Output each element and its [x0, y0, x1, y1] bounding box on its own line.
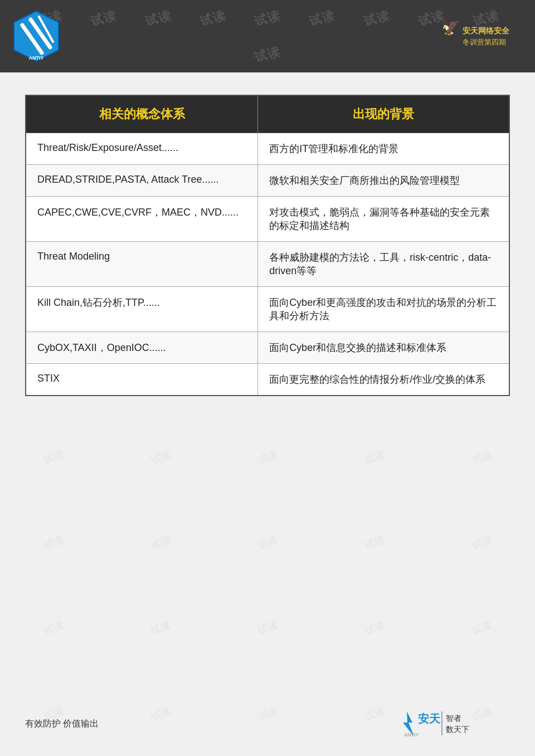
table-cell-right: 微软和相关安全厂商所推出的风险管理模型	[258, 165, 509, 197]
table-row: Threat Modeling各种威胁建模的方法论，工具，risk-centri…	[26, 242, 509, 287]
table-cell-left: Threat Modeling	[26, 242, 258, 287]
svg-text:安天: 安天	[417, 713, 441, 725]
table-row: CAPEC,CWE,CVE,CVRF，MAEC，NVD......对攻击模式，脆…	[26, 197, 509, 242]
wm10: 试读	[237, 34, 298, 72]
wm5: 试读	[237, 0, 298, 38]
svg-text:安天网络安全: 安天网络安全	[462, 26, 510, 35]
svg-text:🦅: 🦅	[440, 18, 460, 36]
wm3: 试读	[128, 0, 188, 38]
footer-logo-svg: 安天 智者 数天下 ANTIY	[398, 709, 510, 739]
svg-text:ANTIY: ANTIY	[404, 732, 419, 738]
svg-text:ANTIY: ANTIY	[29, 55, 44, 61]
table-cell-left: CybOX,TAXII，OpenIOC......	[26, 332, 258, 364]
svg-text:冬训营第四期: 冬训营第四期	[463, 38, 506, 46]
table-cell-left: Kill Chain,钻石分析,TTP......	[26, 287, 258, 332]
table-header-row: 相关的概念体系 出现的背景	[26, 95, 509, 133]
table-cell-left: DREAD,STRIDE,PASTA, Attack Tree......	[26, 165, 258, 197]
table-cell-right: 面向更完整的综合性的情报分析/作业/交换的体系	[258, 364, 509, 396]
table-cell-right: 对攻击模式，脆弱点，漏洞等各种基础的安全元素的标定和描述结构	[258, 197, 509, 242]
table-cell-right: 各种威胁建模的方法论，工具，risk-centric，data-driven等等	[258, 242, 509, 287]
table-row: DREAD,STRIDE,PASTA, Attack Tree......微软和…	[26, 165, 509, 197]
footer: 有效防护 价值输出 安天 智者 数天下 ANTIY	[0, 709, 535, 739]
table-row: Kill Chain,钻石分析,TTP......面向Cyber和更高强度的攻击…	[26, 287, 509, 332]
col2-header: 出现的背景	[258, 95, 509, 133]
table-row: Threat/Risk/Exposure/Asset......西方的IT管理和…	[26, 133, 509, 165]
main-table: 相关的概念体系 出现的背景 Threat/Risk/Exposure/Asset…	[25, 95, 510, 396]
header-logo: ANTIY	[11, 8, 61, 64]
col1-header: 相关的概念体系	[26, 95, 258, 133]
table-row: CybOX,TAXII，OpenIOC......面向Cyber和信息交换的描述…	[26, 332, 509, 364]
table-cell-right: 面向Cyber和更高强度的攻击和对抗的场景的分析工具和分析方法	[258, 287, 509, 332]
right-logo-svg: 🦅 安天网络安全 冬训营第四期	[435, 10, 524, 60]
table-cell-left: Threat/Risk/Exposure/Asset......	[26, 133, 258, 165]
antiy-logo-svg: ANTIY	[11, 8, 61, 64]
wm6: 试读	[292, 0, 352, 38]
table-cell-right: 西方的IT管理和标准化的背景	[258, 133, 509, 165]
svg-text:智者: 智者	[446, 714, 461, 723]
table-cell-right: 面向Cyber和信息交换的描述和标准体系	[258, 332, 509, 364]
footer-right-logo: 安天 智者 数天下 ANTIY	[398, 709, 510, 739]
wm4: 试读	[183, 0, 243, 38]
header: 试读 试读 试读 试读 试读 试读 试读 试读 试读 试读 ANTIY 🦅 安天…	[0, 0, 535, 72]
table-row: STIX面向更完整的综合性的情报分析/作业/交换的体系	[26, 364, 509, 396]
table-cell-left: CAPEC,CWE,CVE,CVRF，MAEC，NVD......	[26, 197, 258, 242]
table-cell-left: STIX	[26, 364, 258, 396]
main-content: 相关的概念体系 出现的背景 Threat/Risk/Exposure/Asset…	[0, 72, 535, 418]
header-right-logo: 🦅 安天网络安全 冬训营第四期	[435, 10, 524, 62]
svg-text:数天下: 数天下	[446, 725, 469, 734]
wm2: 试读	[74, 0, 134, 38]
svg-marker-0	[14, 11, 59, 61]
wm7: 试读	[347, 0, 407, 38]
footer-left-text: 有效防护 价值输出	[25, 718, 99, 730]
